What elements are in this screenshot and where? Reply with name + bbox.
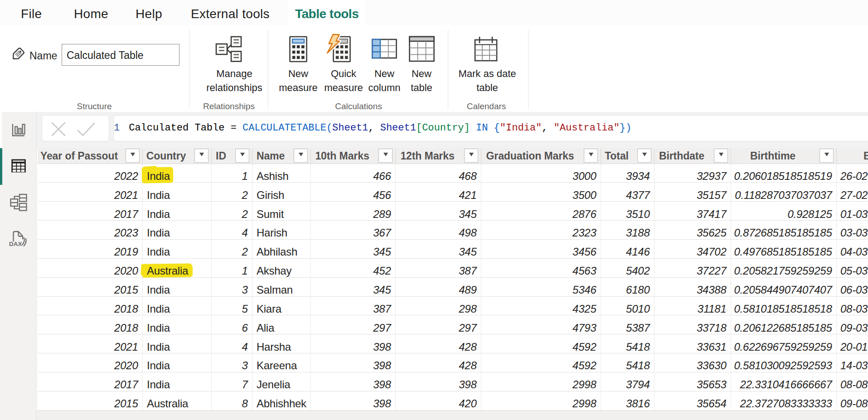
svg-text:DAX: DAX [9,241,22,247]
